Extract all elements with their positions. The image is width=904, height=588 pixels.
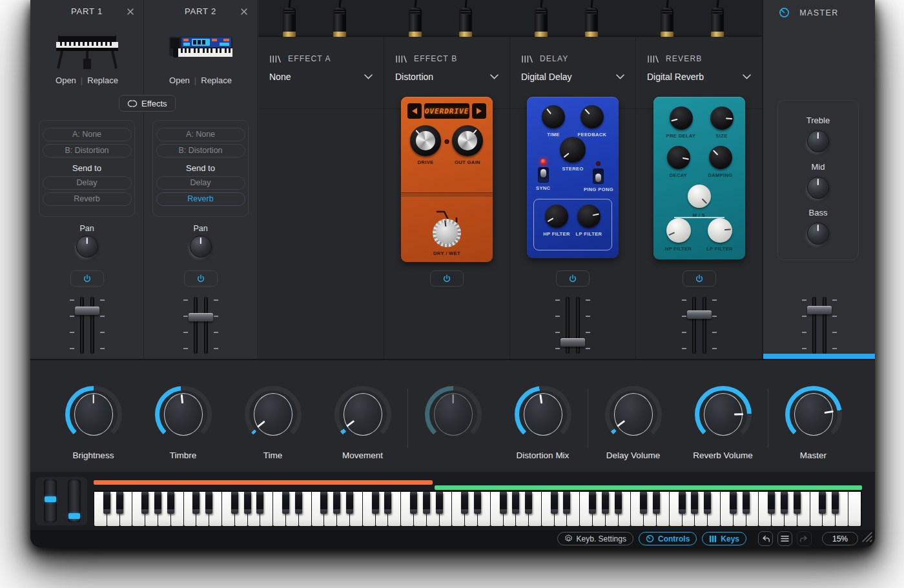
white-key[interactable] [542, 492, 555, 526]
black-key[interactable] [589, 492, 596, 514]
undo-button[interactable] [758, 531, 773, 546]
dry-wet-knob[interactable] [433, 219, 461, 247]
reverb-pre-delay-knob[interactable] [670, 106, 693, 130]
fader-handle[interactable] [560, 338, 585, 347]
reverb-power-button[interactable] [683, 270, 716, 287]
insert-a-button[interactable]: A: None [43, 128, 132, 141]
black-key[interactable] [704, 492, 711, 514]
part-2-volume-fader[interactable] [181, 297, 220, 354]
white-key[interactable] [94, 492, 107, 526]
reverb-volume-fader[interactable] [680, 297, 719, 354]
macro-knob-delay-volume[interactable]: Delay Volume [588, 360, 678, 472]
black-key[interactable] [436, 492, 443, 514]
part-1-key-range[interactable] [94, 480, 433, 485]
insert-b-button[interactable]: B: Distortion [156, 144, 245, 157]
treble-knob[interactable] [807, 130, 829, 152]
fader-handle[interactable] [75, 307, 99, 315]
black-key[interactable] [320, 492, 327, 514]
white-key[interactable] [491, 492, 504, 526]
menu-button[interactable] [777, 531, 792, 546]
black-key[interactable] [244, 492, 251, 514]
drive-knob[interactable] [410, 125, 441, 156]
delay-feedback-knob[interactable] [580, 105, 604, 128]
send-reverb-button[interactable]: Reverb [43, 192, 132, 206]
black-key[interactable] [116, 492, 123, 514]
black-key[interactable] [730, 492, 737, 514]
replace-button[interactable]: Replace [87, 76, 118, 85]
white-key[interactable] [580, 492, 593, 526]
wheel-handle[interactable] [68, 513, 80, 519]
macro-knob-cap[interactable] [524, 393, 562, 436]
white-key[interactable] [759, 492, 772, 526]
reverb-hp-filter-knob[interactable] [666, 218, 691, 243]
delay-hp-filter-knob[interactable] [545, 205, 568, 228]
black-key[interactable] [205, 492, 212, 514]
black-key[interactable] [192, 492, 200, 514]
reverb-size-knob[interactable] [710, 106, 734, 130]
white-key[interactable] [312, 492, 325, 526]
macro-knob-brightness[interactable]: Brightness [48, 360, 138, 472]
effect-b-select[interactable]: Distortion [395, 72, 498, 82]
out-gain-knob[interactable] [452, 125, 483, 156]
pan-knob[interactable] [190, 236, 212, 258]
black-key[interactable] [743, 492, 750, 514]
reverb-select[interactable]: Digital Reverb [647, 72, 751, 82]
effect-b-power-button[interactable] [430, 270, 464, 287]
black-key[interactable] [832, 492, 839, 514]
ping-pong-toggle[interactable] [593, 168, 604, 184]
delay-stereo-knob[interactable] [560, 137, 586, 163]
black-key[interactable] [615, 492, 622, 514]
keyboard-settings-button[interactable]: Keyb. Settings [557, 532, 633, 545]
effects-link-button[interactable]: Effects [119, 95, 176, 112]
insert-a-button[interactable]: A: None [156, 128, 245, 141]
reverb-damping-knob[interactable] [709, 146, 732, 169]
close-icon[interactable] [125, 6, 136, 17]
fader-handle[interactable] [807, 306, 832, 314]
macro-knob-cap[interactable] [254, 393, 293, 436]
preset-next-button[interactable] [472, 103, 486, 119]
replace-button[interactable]: Replace [201, 76, 232, 85]
macro-knob-distortion-mix[interactable]: Distortion Mix [498, 360, 588, 472]
mod-wheel[interactable] [68, 480, 81, 522]
part-2-key-range[interactable] [435, 485, 862, 490]
delay-volume-fader[interactable] [553, 297, 592, 354]
macro-knob-unassigned[interactable] [408, 360, 498, 472]
mid-knob[interactable] [807, 177, 829, 199]
delay-time-knob[interactable] [542, 105, 565, 128]
black-key[interactable] [525, 492, 532, 514]
macro-knob-reverb-volume[interactable]: Reverb Volume [678, 360, 768, 472]
reverb-decay-knob[interactable] [667, 146, 690, 169]
macro-knob-timbre[interactable]: Timbre [138, 360, 228, 472]
white-key[interactable] [273, 492, 286, 526]
fader-handle[interactable] [687, 310, 712, 319]
macro-knob-cap[interactable] [614, 393, 653, 436]
controls-view-button[interactable]: Controls [639, 532, 697, 545]
send-reverb-button[interactable]: Reverb [156, 192, 245, 206]
send-delay-button[interactable]: Delay [43, 176, 132, 190]
macro-knob-cap[interactable] [164, 393, 203, 436]
black-key[interactable] [512, 492, 519, 514]
keys-view-button[interactable]: Keys [702, 532, 746, 545]
delay-lp-filter-knob[interactable] [577, 205, 601, 228]
white-key[interactable] [363, 492, 376, 526]
white-key[interactable] [452, 492, 465, 526]
black-key[interactable] [500, 492, 507, 514]
black-key[interactable] [461, 492, 468, 514]
black-key[interactable] [781, 492, 788, 514]
master-volume-fader[interactable] [800, 297, 839, 354]
white-key[interactable] [184, 492, 197, 526]
black-key[interactable] [384, 492, 391, 514]
white-key[interactable] [132, 492, 145, 526]
delay-select[interactable]: Digital Delay [521, 72, 624, 82]
macro-knob-cap[interactable] [344, 393, 382, 436]
black-key[interactable] [474, 492, 481, 514]
white-key[interactable] [631, 492, 644, 526]
white-key[interactable] [721, 492, 734, 526]
black-key[interactable] [640, 492, 647, 514]
black-key[interactable] [768, 492, 775, 514]
wheel-handle[interactable] [45, 496, 56, 502]
open-button[interactable]: Open [56, 76, 76, 85]
white-key[interactable] [670, 492, 683, 526]
black-key[interactable] [691, 492, 698, 514]
black-key[interactable] [372, 492, 379, 514]
